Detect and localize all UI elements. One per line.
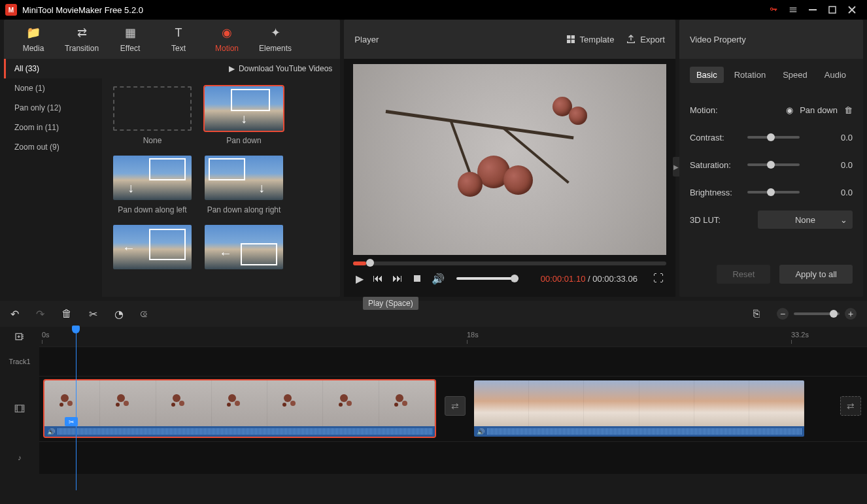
preview-image[interactable] [353, 64, 666, 255]
stop-button[interactable]: ⏹ [412, 273, 422, 284]
panel-expand-toggle[interactable]: ▶ [673, 157, 679, 176]
export-button[interactable]: Export [626, 34, 665, 44]
prev-frame-button[interactable]: ⏮ [373, 273, 383, 284]
hamburger-icon[interactable] [783, 0, 803, 20]
svg-rect-1 [829, 7, 836, 13]
tab-media-label: Media [23, 44, 44, 53]
category-zoom-in[interactable]: Zoom in (11) [4, 118, 102, 137]
play-button[interactable]: ▶ [356, 273, 364, 285]
fullscreen-button[interactable]: ⛶ [653, 273, 664, 284]
reset-button[interactable]: Reset [717, 265, 770, 284]
motion-item-pan-down[interactable]: ↓ Pan down [201, 86, 286, 145]
zoom-out-button[interactable]: − [777, 308, 789, 320]
tab-elements[interactable]: ✦Elements [251, 20, 299, 59]
track1-label: Track1 [0, 346, 39, 376]
speed-button[interactable]: ◔ [114, 308, 124, 320]
audio-track[interactable] [39, 441, 867, 474]
tab-motion[interactable]: ◉Motion [203, 20, 251, 59]
download-youtube-link[interactable]: ▶ Download YouTube Videos [229, 64, 332, 73]
maximize-button[interactable] [823, 0, 842, 20]
audio-track-icon: ♪ [0, 441, 39, 474]
clip-1[interactable]: ◉ 🔊 [44, 380, 435, 437]
brightness-label: Brightness: [690, 188, 742, 197]
template-label: Template [580, 35, 615, 44]
time-current: 00:00:01.10 [541, 274, 586, 284]
seek-slider[interactable] [353, 261, 666, 265]
library-panel: 📁Media ⇄Transition ▦Effect TText ◉Motion… [4, 20, 340, 297]
player-header: Player Template Export [344, 20, 675, 59]
close-button[interactable] [842, 0, 862, 20]
video-track[interactable]: ◉ 🔊 ⇄ 🔊 ⇄ [39, 376, 867, 441]
properties-title: Video Property [679, 20, 863, 59]
text-track[interactable] [39, 346, 867, 376]
ruler-tick-1: 18s [467, 331, 479, 339]
fit-button[interactable]: ⎘ [753, 308, 760, 320]
row-saturation: Saturation: 0.0 [690, 151, 853, 178]
transition-slot-2[interactable]: ⇄ [840, 396, 861, 416]
redo-button[interactable]: ↷ [36, 308, 44, 320]
delete-motion-icon[interactable]: 🗑 [844, 105, 853, 115]
app-logo: M [5, 4, 17, 16]
lut-label: 3D LUT: [690, 215, 742, 225]
row-contrast: Contrast: 0.0 [690, 124, 853, 151]
saturation-slider[interactable] [747, 163, 800, 166]
tab-media[interactable]: 📁Media [9, 20, 58, 59]
player-title: Player [354, 35, 553, 44]
tab-elements-label: Elements [259, 44, 292, 53]
next-frame-button[interactable]: ⏭ [392, 273, 403, 284]
tab-transition[interactable]: ⇄Transition [58, 20, 106, 59]
category-list: All (33) None (1) Pan only (12) Zoom in … [4, 59, 102, 297]
undo-button[interactable]: ↶ [10, 308, 19, 320]
minimize-button[interactable] [803, 0, 823, 20]
category-zoom-out[interactable]: Zoom out (9) [4, 137, 102, 157]
contrast-slider[interactable] [747, 136, 800, 139]
motion-item-label: None [143, 136, 162, 145]
transition-slot-1[interactable]: ⇄ [445, 396, 466, 416]
zoom-slider[interactable] [794, 312, 840, 315]
ptab-rotation[interactable]: Rotation [728, 67, 772, 83]
motion-item-label: Pan down [226, 136, 261, 145]
key-icon[interactable] [764, 0, 783, 20]
ptab-basic[interactable]: Basic [690, 67, 724, 83]
motion-item-pan-down-left[interactable]: ↓ Pan down along left [110, 156, 195, 214]
template-button[interactable]: Template [566, 34, 615, 44]
ptab-audio[interactable]: Audio [818, 67, 853, 83]
time-ruler[interactable]: 0s 18s 33.2s [39, 327, 867, 346]
motion-value: Pan down [800, 105, 838, 115]
motion-item-pan-left-2[interactable]: ← [201, 225, 286, 275]
motion-item-pan-left[interactable]: ← [110, 225, 195, 275]
tab-effect-label: Effect [120, 44, 140, 53]
motion-item-pan-down-right[interactable]: ↓ Pan down along right [201, 156, 286, 214]
tab-text[interactable]: TText [154, 20, 203, 59]
lut-select[interactable]: None ⌄ [758, 210, 853, 229]
playhead[interactable]: ✂ [76, 326, 76, 490]
zoom-control: − + [777, 308, 857, 320]
scissor-badge-icon[interactable]: ✂ [65, 417, 78, 426]
volume-slider[interactable] [456, 277, 518, 280]
category-pan-only[interactable]: Pan only (12) [4, 98, 102, 118]
zoom-in-button[interactable]: + [845, 308, 857, 320]
player-panel: Player Template Export [344, 20, 675, 297]
app-title: MiniTool MovieMaker Free 5.2.0 [22, 5, 764, 15]
titlebar: M MiniTool MovieMaker Free 5.2.0 [0, 0, 867, 20]
tab-effect[interactable]: ▦Effect [106, 20, 154, 59]
brightness-slider[interactable] [747, 191, 800, 193]
download-youtube-label: Download YouTube Videos [239, 64, 332, 73]
add-track-button[interactable] [0, 327, 39, 346]
tab-transition-label: Transition [65, 44, 99, 53]
ptab-speed[interactable]: Speed [776, 67, 814, 83]
crop-button[interactable]: ⟃ [141, 308, 147, 320]
delete-button[interactable]: 🗑 [61, 308, 72, 320]
svg-rect-0 [809, 9, 817, 10]
video-track-icon [0, 376, 39, 441]
clip-2[interactable]: 🔊 [474, 380, 804, 437]
split-button[interactable]: ✂ [89, 308, 97, 320]
category-none[interactable]: None (1) [4, 78, 102, 98]
motion-item-none[interactable]: None [110, 86, 195, 145]
category-all[interactable]: All (33) [4, 59, 102, 78]
apply-all-button[interactable]: Apply to all [779, 265, 853, 284]
volume-icon[interactable]: 🔊 [432, 273, 445, 285]
row-lut: 3D LUT: None ⌄ [690, 206, 853, 233]
library-header: ▶ Download YouTube Videos [102, 59, 340, 78]
time-display: 00:00:01.10 / 00:00:33.06 [541, 274, 638, 284]
